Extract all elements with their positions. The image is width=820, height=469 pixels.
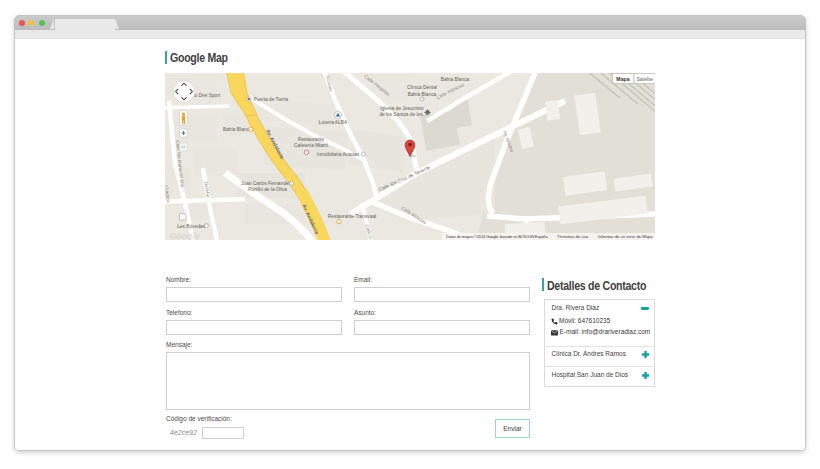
svg-text:Les Bóvedas: Les Bóvedas bbox=[177, 224, 205, 229]
svg-text:Inmobiliaria Acacias: Inmobiliaria Acacias bbox=[317, 152, 360, 157]
svg-text:Datos de mapas ©2014 Google, b: Datos de mapas ©2014 Google, basado en B… bbox=[446, 234, 548, 239]
svg-text:Términos de uso: Términos de uso bbox=[557, 234, 589, 239]
svg-text:Lotería ALBA: Lotería ALBA bbox=[319, 120, 348, 125]
svg-text:Cafetería Miami: Cafetería Miami bbox=[294, 143, 328, 148]
svg-text:Bahía Blanca: Bahía Blanca bbox=[441, 77, 470, 82]
svg-text:Restaurante: Restaurante bbox=[298, 137, 324, 142]
svg-text:Portillo de la Oliva: Portillo de la Oliva bbox=[248, 187, 287, 192]
svg-text:Bahía Blanca: Bahía Blanca bbox=[408, 92, 437, 97]
svg-text:Mapa: Mapa bbox=[616, 76, 629, 82]
svg-text:Satélite: Satélite bbox=[636, 76, 653, 82]
svg-text:Google: Google bbox=[169, 231, 200, 240]
svg-text:Puerta de Tierra: Puerta de Tierra bbox=[254, 97, 289, 102]
svg-text:Bahía Blanca: Bahía Blanca bbox=[223, 127, 252, 132]
svg-text:Restaurante Transvaal: Restaurante Transvaal bbox=[328, 214, 376, 219]
svg-text:z Ladeos: z Ladeos bbox=[165, 184, 171, 203]
svg-text:Iglesia de Jesucristo: Iglesia de Jesucristo bbox=[380, 106, 424, 111]
svg-text:Juan Carlos Fernandez: Juan Carlos Fernandez bbox=[241, 181, 291, 186]
svg-text:Informar de un error de Mapa: Informar de un error de Mapa bbox=[598, 234, 653, 239]
svg-text:Clínica Dental: Clínica Dental bbox=[407, 85, 437, 90]
svg-text:de los Santos de los...: de los Santos de los... bbox=[379, 112, 426, 117]
